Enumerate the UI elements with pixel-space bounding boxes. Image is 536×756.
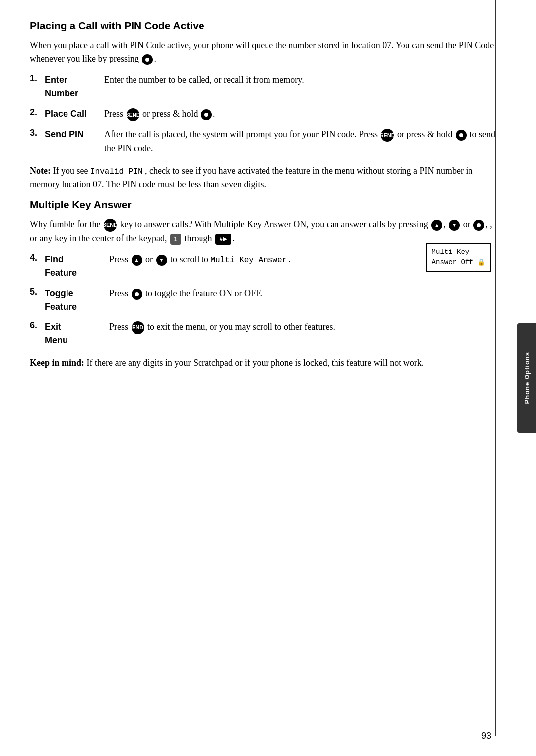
scroll-up-icon: ▲ xyxy=(132,255,142,266)
sidebar-tab: Phone Options xyxy=(517,323,536,433)
step5-label: Toggle Feature xyxy=(45,287,104,314)
step4-label: Find Feature xyxy=(45,253,104,280)
step3-num: 3. xyxy=(30,128,45,138)
step-5: 5. Toggle Feature Press to toggle the fe… xyxy=(30,287,496,314)
page-number: 93 xyxy=(481,731,491,741)
step6-num: 6. xyxy=(30,320,45,331)
nav-center-icon3 xyxy=(132,289,142,300)
step5-num: 5. xyxy=(30,287,45,297)
step1-label: Enter Number xyxy=(45,73,104,100)
keep-in-mind-label: Keep in mind: xyxy=(30,358,84,368)
key1-badge: 1 xyxy=(170,234,181,245)
step6-desc: Press END to exit the menu, or you may s… xyxy=(104,320,496,334)
step5-desc: Press to toggle the feature ON or OFF. xyxy=(104,287,496,300)
step2-desc: Press SEND or press & hold . xyxy=(104,107,496,121)
step4-num: 4. xyxy=(30,253,45,263)
step2-label: Place Call xyxy=(45,107,104,121)
step-1: 1. Enter Number Enter the number to be c… xyxy=(30,73,496,100)
nav-center-icon2 xyxy=(473,220,484,231)
step-6: 6. Exit Menu Press END to exit the menu,… xyxy=(30,320,496,347)
section2-steps: 4. Find Feature Press ▲ or ▼ to scroll t… xyxy=(30,253,496,347)
send-badge-intro: SEND xyxy=(104,219,117,232)
note-para: Note: If you see Invalid PIN , check to … xyxy=(30,164,496,191)
step3-label: Send PIN xyxy=(45,128,104,141)
step2-num: 2. xyxy=(30,107,45,118)
step-3: 3. Send PIN After the call is placed, th… xyxy=(30,128,496,155)
nav-up-icon: ▲ xyxy=(431,220,442,231)
keep-in-mind-para: Keep in mind: If there are any digits in… xyxy=(30,356,496,370)
step-2: 2. Place Call Press SEND or press & hold… xyxy=(30,107,496,121)
nav-center-icon xyxy=(142,54,153,65)
step4-desc: Press ▲ or ▼ to scroll to Multi Key Answ… xyxy=(104,253,496,266)
note-label: Note: xyxy=(30,166,51,176)
step3-desc: After the call is placed, the system wil… xyxy=(104,128,496,155)
send-badge-step3: SEND xyxy=(381,129,394,142)
main-content: Placing a Call with PIN Code Active When… xyxy=(30,20,496,736)
note-mono: Invalid PIN xyxy=(90,167,143,176)
send-badge-step2: SEND xyxy=(127,108,139,121)
step6-label: Exit Menu xyxy=(45,320,104,347)
end-badge-step6: END xyxy=(132,321,144,334)
hash-badge: #▶ xyxy=(215,234,231,245)
nav-down-icon: ▼ xyxy=(449,220,460,231)
section2-heading: Multiple Key Answer xyxy=(30,199,496,211)
scroll-down-icon: ▼ xyxy=(156,255,167,266)
section1-steps: 1. Enter Number Enter the number to be c… xyxy=(30,73,496,155)
nav-icon-step3 xyxy=(456,130,467,141)
step-4: 4. Find Feature Press ▲ or ▼ to scroll t… xyxy=(30,253,496,280)
nav-icon-step2 xyxy=(201,109,212,120)
step1-desc: Enter the number to be called, or recall… xyxy=(104,73,496,87)
step1-num: 1. xyxy=(30,73,45,84)
section2-intro: Why fumble for the SEND key to answer ca… xyxy=(30,218,496,245)
section1-heading: Placing a Call with PIN Code Active xyxy=(30,20,496,32)
step4-mono: Multi Key Answer. xyxy=(211,256,292,265)
page-container: Multi Key Answer Off 🔒 Phone Options Pla… xyxy=(0,0,536,756)
sidebar-tab-label: Phone Options xyxy=(523,352,531,404)
section1-intro: When you place a call with PIN Code acti… xyxy=(30,39,496,65)
